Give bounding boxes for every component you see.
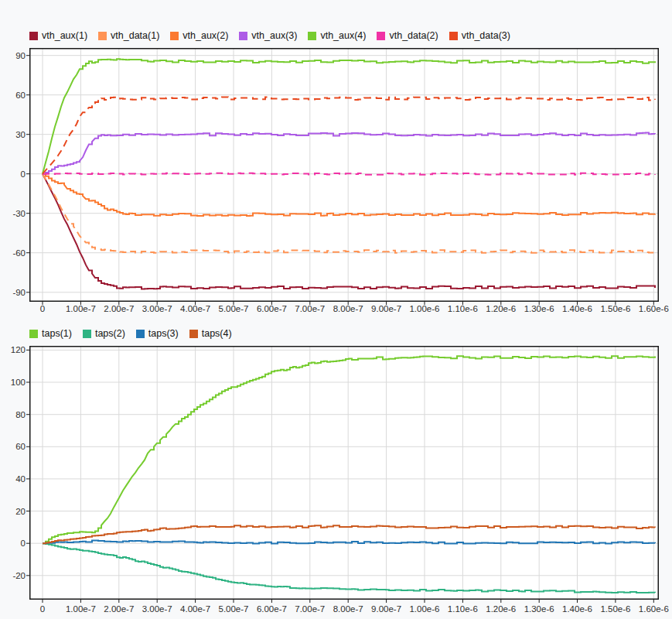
legend-item-vth_data(3)[interactable]: vth_data(3) xyxy=(449,30,510,41)
legend-label: taps(1) xyxy=(42,328,72,339)
y-tick-label: 30 xyxy=(0,129,26,140)
legend-swatch xyxy=(29,330,38,338)
legend-swatch xyxy=(449,32,458,40)
legend-label: taps(4) xyxy=(202,328,232,339)
legend-swatch xyxy=(29,32,38,40)
y-tick-label: 40 xyxy=(0,474,26,484)
legend-swatch xyxy=(83,330,91,338)
legend-label: taps(2) xyxy=(95,328,125,339)
legend-swatch xyxy=(136,330,145,338)
legend-swatch xyxy=(377,32,385,40)
y-tick-label: -30 xyxy=(0,208,26,219)
legend-item-taps(4)[interactable]: taps(4) xyxy=(189,328,232,339)
y-tick-label: 0 xyxy=(0,538,26,549)
legend-label: taps(3) xyxy=(148,328,179,339)
legend-label: vth_aux(2) xyxy=(182,30,228,41)
legend-item-taps(2)[interactable]: taps(2) xyxy=(83,328,125,339)
y-tick-label: 120 xyxy=(0,344,26,355)
legend-item-vth_aux(4)[interactable]: vth_aux(4) xyxy=(308,30,366,41)
y-tick-label: -90 xyxy=(0,287,26,298)
taps-plot-area[interactable] xyxy=(29,346,659,600)
legend-label: vth_aux(1) xyxy=(42,30,87,41)
legend-label: vth_aux(4) xyxy=(320,30,366,41)
legend-label: vth_data(3) xyxy=(462,30,510,41)
legend-item-vth_data(2)[interactable]: vth_data(2) xyxy=(377,30,438,41)
x-tick-label: 1.60e-6 xyxy=(629,604,672,614)
vth-plot-area[interactable] xyxy=(29,48,659,302)
y-tick-label: 60 xyxy=(0,90,26,101)
y-tick-label: -20 xyxy=(0,570,26,581)
x-tick-label: 1.60e-6 xyxy=(629,303,672,314)
legend-item-vth_aux(2)[interactable]: vth_aux(2) xyxy=(170,30,228,41)
y-tick-label: 20 xyxy=(0,506,26,517)
y-tick-label: 60 xyxy=(0,441,26,452)
vth-chart-legend: vth_aux(1)vth_data(1)vth_aux(2)vth_aux(3… xyxy=(29,30,510,41)
legend-swatch xyxy=(98,32,107,40)
taps-chart-legend: taps(1)taps(2)taps(3)taps(4) xyxy=(29,328,232,339)
legend-item-vth_data(1)[interactable]: vth_data(1) xyxy=(98,30,159,41)
legend-item-vth_aux(3)[interactable]: vth_aux(3) xyxy=(239,30,297,41)
legend-item-taps(1)[interactable]: taps(1) xyxy=(29,328,72,339)
y-tick-label: 0 xyxy=(0,169,26,180)
legend-swatch xyxy=(308,32,316,40)
legend-item-taps(3)[interactable]: taps(3) xyxy=(136,328,179,339)
legend-label: vth_aux(3) xyxy=(251,30,297,41)
legend-label: vth_data(2) xyxy=(389,30,438,41)
y-tick-label: 100 xyxy=(0,377,26,388)
plot-background xyxy=(29,346,659,600)
legend-label: vth_data(1) xyxy=(111,30,159,41)
simulation-results-page: vth_aux(1)vth_data(1)vth_aux(2)vth_aux(3… xyxy=(0,0,672,619)
y-tick-label: 80 xyxy=(0,409,26,420)
legend-item-vth_aux(1)[interactable]: vth_aux(1) xyxy=(29,30,87,41)
legend-swatch xyxy=(239,32,247,40)
legend-swatch xyxy=(170,32,179,40)
y-tick-label: -60 xyxy=(0,248,26,258)
legend-swatch xyxy=(189,330,198,338)
y-tick-label: 90 xyxy=(0,50,26,61)
